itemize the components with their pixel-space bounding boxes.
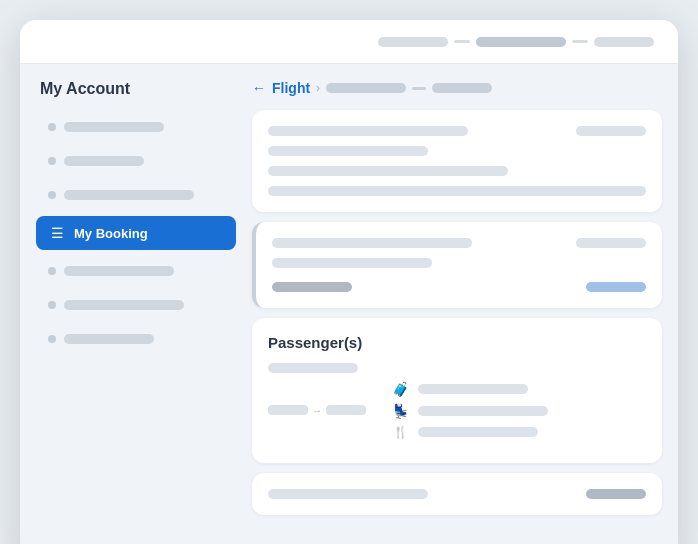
bottom-card [252, 473, 662, 515]
breadcrumb-chevron-icon: › [316, 81, 320, 95]
bottom-action-bar[interactable] [586, 489, 646, 499]
meal-bar [418, 427, 538, 437]
card1-bar-1b [576, 126, 646, 136]
sidebar-bar-7 [64, 334, 154, 344]
sidebar-bar-6 [64, 300, 184, 310]
flight-route-row [268, 363, 646, 373]
sidebar-dot-3 [48, 191, 56, 199]
card1-bar-3a [268, 166, 508, 176]
card2-bar-1b [576, 238, 646, 248]
sidebar-dot-1 [48, 123, 56, 131]
breadcrumb: ← Flight › [252, 80, 662, 96]
card2-status-pill [272, 282, 352, 292]
sidebar-item-my-booking[interactable]: ☰ My Booking [36, 216, 236, 250]
card1-lines [268, 126, 646, 196]
back-arrow-icon[interactable]: ← [252, 80, 266, 96]
sidebar-bar-2 [64, 156, 144, 166]
passengers-title: Passenger(s) [268, 334, 646, 351]
bottom-card-row [268, 489, 646, 499]
sidebar-item-6[interactable] [36, 292, 236, 318]
card1-bar-2a [268, 146, 428, 156]
luggage-icon: 🧳 [390, 381, 410, 397]
card2-bar-2a [272, 258, 432, 268]
header-pill-3 [594, 37, 654, 47]
card1-bar-1a [268, 126, 468, 136]
seat-row: 💺 [390, 403, 548, 419]
breadcrumb-pill-2 [432, 83, 492, 93]
breadcrumb-dash [412, 87, 426, 90]
sidebar-item-2[interactable] [36, 148, 236, 174]
route-row: → 🧳 💺 [268, 381, 646, 439]
bottom-main-bar [268, 489, 428, 499]
header-pill-1 [378, 37, 448, 47]
card2-row-2 [272, 258, 646, 268]
card2-bar-1a [272, 238, 472, 248]
sidebar-dot-2 [48, 157, 56, 165]
title-bar [20, 20, 678, 64]
sidebar-bar-1 [64, 122, 164, 132]
seat-bar [418, 406, 548, 416]
route-arrow-icon: → [312, 405, 322, 416]
flight-route: → [268, 405, 366, 416]
luggage-bar-1 [418, 384, 528, 394]
route-label-bar [268, 363, 358, 373]
origin-box [268, 405, 308, 415]
right-panel: ← Flight › [252, 80, 662, 544]
card2-row-1 [272, 238, 646, 248]
sidebar-dot-7 [48, 335, 56, 343]
meal-row: 🍴 [390, 425, 548, 439]
header-pills [378, 37, 654, 47]
sidebar-item-7[interactable] [36, 326, 236, 352]
card1-row-1 [268, 126, 646, 136]
card2-action-pill[interactable] [586, 282, 646, 292]
card1-row-2 [268, 146, 646, 156]
card2-bottom-row [272, 282, 646, 292]
flight-info-card-2 [252, 222, 662, 308]
sidebar-bar-5 [64, 266, 174, 276]
sidebar-item-3[interactable] [36, 182, 236, 208]
card2-lines [272, 238, 646, 292]
sidebar: My Account ☰ My Booking [36, 80, 236, 544]
sidebar-dot-5 [48, 267, 56, 275]
passengers-card: Passenger(s) → 🧳 [252, 318, 662, 463]
meal-icon: 🍴 [390, 425, 410, 439]
luggage-row: 🧳 [390, 381, 548, 397]
sidebar-dot-6 [48, 301, 56, 309]
seat-icon: 💺 [390, 403, 410, 419]
header-pill-2 [476, 37, 566, 47]
booking-icon: ☰ [48, 224, 66, 242]
sidebar-item-label-my-booking: My Booking [74, 226, 148, 241]
sidebar-title: My Account [36, 80, 236, 98]
sidebar-item-1[interactable] [36, 114, 236, 140]
sidebar-bar-3 [64, 190, 194, 200]
card1-row-4 [268, 186, 646, 196]
breadcrumb-pill-1 [326, 83, 406, 93]
main-window: My Account ☰ My Booking [20, 20, 678, 544]
card1-bar-4a [268, 186, 646, 196]
card1-row-3 [268, 166, 646, 176]
header-dash-2 [572, 40, 588, 43]
header-dash-1 [454, 40, 470, 43]
sidebar-item-5[interactable] [36, 258, 236, 284]
dest-box [326, 405, 366, 415]
flight-info-card-1 [252, 110, 662, 212]
main-content: My Account ☰ My Booking [20, 64, 678, 544]
breadcrumb-flight: Flight [272, 80, 310, 96]
